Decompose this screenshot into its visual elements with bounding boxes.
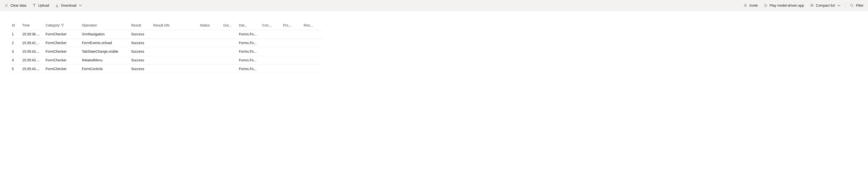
cell-duration xyxy=(221,56,237,65)
table-row[interactable]: 215:39:42....FormCheckerFormEvents.onloa… xyxy=(10,39,322,47)
cell-operation: RelatedMenu xyxy=(80,56,129,65)
play-label: Play model-driven app xyxy=(770,3,804,7)
svg-marker-16 xyxy=(61,24,64,26)
cell-result: Success xyxy=(129,56,151,65)
column-header-duration[interactable]: Dur... xyxy=(221,21,237,30)
cell-id: 1 xyxy=(10,30,20,39)
close-icon xyxy=(4,3,8,7)
cell-con xyxy=(260,39,281,47)
data-table: Id Time Category Operation Result Result… xyxy=(10,21,322,73)
cell-result_info xyxy=(151,56,198,65)
cell-data: Forms.Fo... xyxy=(237,65,260,73)
download-button[interactable]: Download xyxy=(53,2,85,9)
table-header-row: Id Time Category Operation Result Result… xyxy=(10,21,322,30)
cell-res xyxy=(302,65,322,73)
column-header-pro[interactable]: Pro... xyxy=(281,21,302,30)
cell-pro xyxy=(281,47,302,56)
spacer xyxy=(0,11,868,21)
cell-operation: XrmNavigation xyxy=(80,30,129,39)
cell-con xyxy=(260,56,281,65)
cell-category: FormChecker xyxy=(44,30,80,39)
cell-res xyxy=(302,56,322,65)
cell-result_info xyxy=(151,39,198,47)
cell-data: Forms.Fo... xyxy=(237,47,260,56)
view-mode-label: Compact list xyxy=(816,3,835,7)
download-label: Download xyxy=(61,3,76,7)
upload-label: Upload xyxy=(38,3,49,7)
cell-res xyxy=(302,47,322,56)
invite-label: Invite xyxy=(749,3,757,7)
column-header-time[interactable]: Time xyxy=(20,21,44,30)
toolbar: Clear data Upload Download xyxy=(0,0,868,11)
column-header-id[interactable]: Id xyxy=(10,21,20,30)
column-header-res[interactable]: Res... xyxy=(302,21,322,30)
cell-operation: FormEvents.onload xyxy=(80,39,129,47)
cell-operation: TabStateChange.visible xyxy=(80,47,129,56)
cell-pro xyxy=(281,65,302,73)
filter-label: Filter xyxy=(856,3,864,7)
filter-button[interactable]: Filter xyxy=(847,2,866,9)
cell-status xyxy=(198,65,221,73)
view-mode-button[interactable]: Compact list xyxy=(807,2,843,9)
chevron-down-icon xyxy=(78,3,82,7)
cell-result_info xyxy=(151,65,198,73)
data-table-container: Id Time Category Operation Result Result… xyxy=(0,21,329,73)
clear-data-button[interactable]: Clear data xyxy=(2,2,29,9)
cell-result_info xyxy=(151,47,198,56)
cell-con xyxy=(260,30,281,39)
cell-time: 15:39:43.... xyxy=(20,56,44,65)
cell-time: 15:39:36.... xyxy=(20,30,44,39)
cell-duration xyxy=(221,39,237,47)
cell-con xyxy=(260,65,281,73)
cell-category: FormChecker xyxy=(44,65,80,73)
table-row[interactable]: 115:39:36....FormCheckerXrmNavigationSuc… xyxy=(10,30,322,39)
column-header-operation[interactable]: Operation xyxy=(80,21,129,30)
svg-point-14 xyxy=(850,4,853,6)
cell-result: Success xyxy=(129,65,151,73)
upload-button[interactable]: Upload xyxy=(30,2,52,9)
column-header-category[interactable]: Category xyxy=(44,21,80,30)
column-header-con[interactable]: Con... xyxy=(260,21,281,30)
cell-data: Forms.Fo... xyxy=(237,30,260,39)
download-icon xyxy=(55,3,59,7)
invite-icon xyxy=(744,3,747,7)
cell-duration xyxy=(221,47,237,56)
cell-res xyxy=(302,39,322,47)
column-header-status[interactable]: Status xyxy=(198,21,221,30)
list-icon xyxy=(810,3,814,7)
cell-data: Forms.Fo... xyxy=(237,39,260,47)
cell-duration xyxy=(221,65,237,73)
cell-status xyxy=(198,47,221,56)
cell-id: 3 xyxy=(10,47,20,56)
table-body: 115:39:36....FormCheckerXrmNavigationSuc… xyxy=(10,30,322,73)
column-header-category-label: Category xyxy=(46,23,60,27)
invite-button[interactable]: Invite xyxy=(741,2,760,9)
cell-pro xyxy=(281,30,302,39)
cell-con xyxy=(260,47,281,56)
filter-icon xyxy=(61,24,64,27)
svg-line-15 xyxy=(852,6,854,7)
cell-id: 4 xyxy=(10,56,20,65)
clear-data-label: Clear data xyxy=(10,3,26,7)
cell-result_info xyxy=(151,30,198,39)
cell-time: 15:39:42.... xyxy=(20,39,44,47)
table-row[interactable]: 515:39:43....FormCheckerFormControlsSucc… xyxy=(10,65,322,73)
toolbar-left: Clear data Upload Download xyxy=(2,2,85,9)
play-icon xyxy=(764,3,768,7)
column-header-data[interactable]: Dat... xyxy=(237,21,260,30)
cell-result: Success xyxy=(129,47,151,56)
cell-status xyxy=(198,30,221,39)
cell-category: FormChecker xyxy=(44,56,80,65)
cell-pro xyxy=(281,39,302,47)
cell-result: Success xyxy=(129,39,151,47)
svg-marker-9 xyxy=(765,4,767,7)
cell-result: Success xyxy=(129,30,151,39)
column-header-result-info[interactable]: Result info xyxy=(151,21,198,30)
cell-id: 5 xyxy=(10,65,20,73)
cell-duration xyxy=(221,30,237,39)
column-header-result[interactable]: Result xyxy=(129,21,151,30)
play-button[interactable]: Play model-driven app xyxy=(761,2,807,9)
upload-icon xyxy=(32,3,36,7)
table-row[interactable]: 415:39:43....FormCheckerRelatedMenuSucce… xyxy=(10,56,322,65)
table-row[interactable]: 315:39:43....FormCheckerTabStateChange.v… xyxy=(10,47,322,56)
